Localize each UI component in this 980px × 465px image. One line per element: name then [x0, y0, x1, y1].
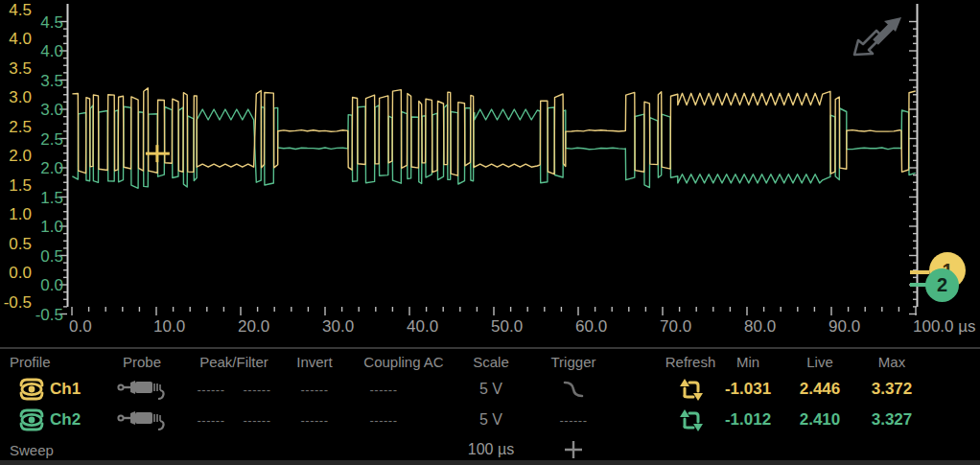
svg-text:2.5: 2.5 [40, 130, 63, 149]
svg-text:1.0: 1.0 [40, 218, 63, 236]
svg-text:0.5: 0.5 [9, 235, 32, 253]
waveform-plot[interactable]: 0.010.020.030.040.050.060.070.080.090.01… [0, 0, 980, 347]
header-profile: Profile [10, 352, 77, 371]
svg-text:4.0: 4.0 [9, 30, 32, 48]
ch1-max-value: 3.372 [849, 375, 935, 404]
channel-table: Profile Probe Peak/Filter Invert Couplin… [0, 347, 980, 465]
svg-text:3.0: 3.0 [40, 101, 63, 119]
ch1-scale-value[interactable]: 5 V [448, 375, 534, 404]
refresh-icon [678, 377, 704, 403]
expand-icon[interactable] [852, 15, 903, 58]
svg-text:3.5: 3.5 [40, 72, 63, 90]
ch2-label[interactable]: Ch2 [50, 406, 98, 434]
header-peak-filter: Peak/Filter [176, 352, 292, 371]
svg-text:0.0: 0.0 [69, 317, 92, 336]
svg-text:4.5: 4.5 [9, 1, 32, 19]
ch1-probe-button[interactable] [104, 375, 180, 404]
ch2-max-value: 3.327 [849, 406, 935, 434]
svg-text:50.0: 50.0 [491, 317, 523, 336]
svg-text:30.0: 30.0 [322, 317, 354, 336]
svg-text:10.0: 10.0 [153, 317, 185, 336]
ch2-scale-value[interactable]: 5 V [448, 406, 534, 434]
falling-edge-trigger-icon [562, 380, 585, 399]
svg-text:80.0: 80.0 [744, 317, 776, 336]
header-scale: Scale [448, 352, 534, 371]
sweep-label: Sweep [10, 438, 77, 461]
svg-text:1.0: 1.0 [9, 205, 32, 223]
ch2-ground-badge[interactable]: 2 [925, 268, 959, 302]
svg-text:4.5: 4.5 [40, 13, 63, 32]
probe-icon [117, 406, 167, 434]
svg-text:3.5: 3.5 [9, 59, 32, 78]
svg-text:20.0: 20.0 [238, 317, 269, 336]
probe-icon [117, 375, 167, 404]
ch2-invert-toggle[interactable]: ------ [281, 406, 348, 434]
header-invert: Invert [281, 352, 348, 371]
bottom-divider [0, 460, 980, 465]
svg-text:2.5: 2.5 [9, 118, 32, 136]
ch2-trigger-button[interactable]: ------ [530, 406, 617, 434]
ch2-badge-label: 2 [937, 274, 947, 296]
svg-text:70.0: 70.0 [660, 317, 691, 336]
svg-text:-0.5: -0.5 [4, 293, 32, 312]
svg-text:0.5: 0.5 [40, 247, 63, 266]
svg-text:2.0: 2.0 [9, 147, 32, 165]
ch2-probe-button[interactable] [104, 406, 180, 434]
svg-text:0.0: 0.0 [40, 276, 63, 294]
svg-text:4.0: 4.0 [40, 42, 63, 60]
svg-text:40.0: 40.0 [407, 317, 438, 336]
header-coupling-ac: Coupling AC [346, 352, 461, 371]
svg-text:60.0: 60.0 [575, 317, 607, 336]
svg-text:1.5: 1.5 [9, 176, 32, 195]
svg-text:1.5: 1.5 [40, 189, 63, 207]
ch1-invert-toggle[interactable]: ------ [281, 375, 348, 404]
plus-icon [563, 439, 584, 460]
svg-text:100.0 µs: 100.0 µs [913, 317, 976, 336]
ch2-coupling-toggle[interactable]: ------ [350, 406, 417, 434]
eye-icon [15, 376, 48, 403]
waveform-canvas: 0.010.020.030.040.050.060.070.080.090.01… [0, 0, 980, 347]
refresh-icon [678, 407, 704, 433]
oscilloscope-app: 0.010.020.030.040.050.060.070.080.090.01… [0, 0, 980, 465]
sweep-add-button[interactable] [530, 438, 617, 461]
svg-text:-0.5: -0.5 [35, 306, 63, 324]
ch1-coupling-toggle[interactable]: ------ [350, 375, 417, 404]
header-max: Max [849, 352, 935, 371]
eye-icon [15, 407, 48, 433]
ch1-label[interactable]: Ch1 [50, 375, 98, 404]
ch2-visibility-toggle[interactable] [13, 406, 50, 434]
ch1-visibility-toggle[interactable] [13, 375, 50, 404]
sweep-value[interactable]: 100 µs [448, 438, 534, 461]
ch1-trigger-button[interactable] [530, 375, 617, 404]
header-probe: Probe [104, 352, 180, 371]
svg-text:0.0: 0.0 [9, 264, 32, 282]
svg-text:90.0: 90.0 [828, 317, 860, 336]
svg-text:3.0: 3.0 [9, 88, 32, 106]
svg-text:2.0: 2.0 [40, 159, 63, 177]
header-trigger: Trigger [530, 352, 617, 371]
